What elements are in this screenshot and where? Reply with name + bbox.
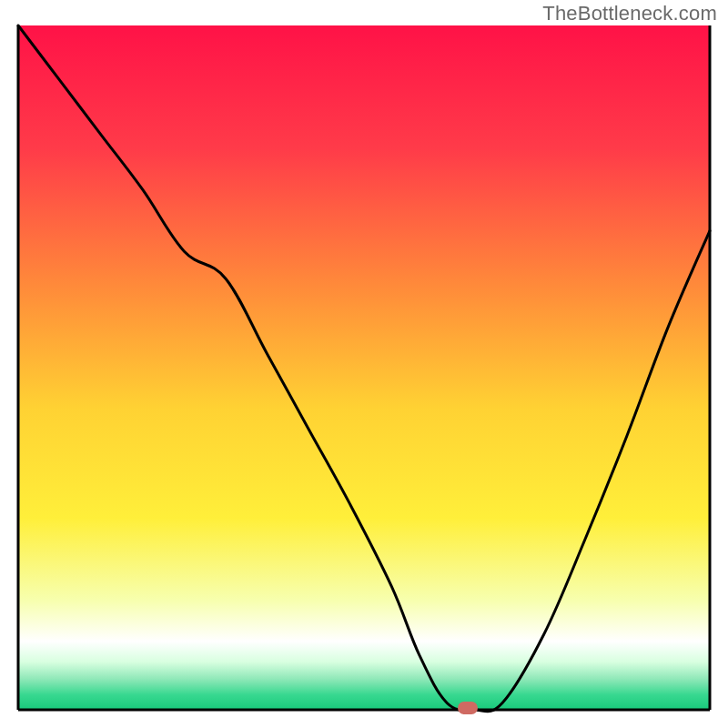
watermark-label: TheBottleneck.com <box>542 2 717 25</box>
bottleneck-chart <box>0 0 728 728</box>
optimum-marker <box>458 702 478 714</box>
chart-stage: TheBottleneck.com <box>0 0 728 728</box>
plot-background <box>18 25 710 710</box>
